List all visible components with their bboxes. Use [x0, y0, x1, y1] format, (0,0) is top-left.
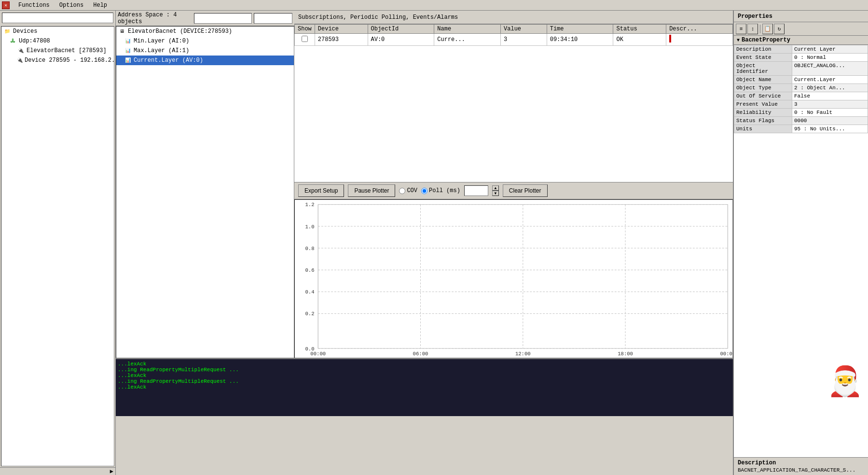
tree-item-device278595[interactable]: 🔌 Device 278595 - 192.168.2.164:59 — [1, 56, 114, 65]
mascot-image: 🎅 — [827, 369, 866, 398]
props-row: Object IdentifierOBJECT_ANALOG... — [734, 62, 868, 76]
plotter-controls: Export Setup Pause Plotter COV Poll (ms)… — [294, 182, 733, 199]
network-icon: 🖧 — [9, 37, 17, 45]
props-key: Object Identifier — [734, 62, 792, 76]
props-value[interactable]: 2 : Object An... — [792, 84, 868, 92]
poll-label: Poll (ms) — [429, 187, 460, 194]
row-device: 278593 — [315, 34, 368, 46]
pause-plotter-button[interactable]: Pause Plotter — [348, 184, 395, 197]
section-toggle-icon[interactable]: ▼ — [737, 38, 740, 43]
props-btn-3[interactable]: 📋 — [762, 24, 773, 34]
props-key: Reliability — [734, 109, 792, 117]
cov-label: COV — [407, 187, 417, 194]
scroll-right-arrow[interactable]: ▶ — [0, 467, 115, 475]
toolbar-divider — [760, 25, 760, 33]
menu-options[interactable]: Options — [56, 1, 86, 10]
address-space-area: Address Space : 4 objects 🖥 ElevatorBacn… — [116, 11, 294, 358]
props-btn-2[interactable]: ↕ — [747, 24, 758, 34]
device2-icon: 🔌 — [17, 56, 23, 64]
description-label: Description — [738, 460, 864, 466]
refresh-icon: ↻ — [778, 26, 781, 32]
svg-text:0.6: 0.6 — [305, 267, 314, 273]
clear-plotter-button[interactable]: Clear Plotter — [503, 184, 548, 197]
menu-functions[interactable]: Functions — [15, 1, 53, 10]
poll-radio-label[interactable]: Poll (ms) — [421, 187, 460, 194]
subscriptions-table: Show Device ObjectId Name Value Time Sta… — [294, 24, 733, 46]
props-value[interactable]: Current Layer — [792, 45, 868, 54]
device-icon: 🔌 — [17, 47, 25, 55]
props-refresh-btn[interactable]: ↻ — [774, 24, 785, 34]
props-value[interactable]: 0000 — [792, 117, 868, 125]
props-value[interactable]: 3 — [792, 100, 868, 109]
props-icon-3: 📋 — [764, 26, 771, 32]
main-container: 📁 Devices 🖧 Udp:47808 🔌 ElevatorBacnet [… — [0, 11, 868, 475]
svg-text:00:00: 00:00 — [720, 351, 732, 357]
address-search-input[interactable] — [194, 13, 252, 24]
poll-ms-input[interactable]: 1000 — [464, 185, 488, 196]
props-value[interactable]: 0 : Normal — [792, 54, 868, 62]
tree-item-device278595-label: Device 278595 - 192.168.2.164:59 — [25, 57, 114, 64]
radio-group: COV Poll (ms) — [399, 187, 460, 194]
tree-item-devices[interactable]: 📁 Devices — [1, 27, 114, 36]
description-text: BACNET_APPLICATION_TAG_CHARACTER_S... — [738, 467, 864, 473]
bacnet-property-section: ▼ BacnetProperty — [734, 36, 868, 45]
svg-text:18:00: 18:00 — [618, 351, 633, 357]
plotter-chart: 1.2 1.0 0.8 0.6 0.4 0.2 0.0 00:00 06:00 … — [294, 199, 733, 358]
row-status: OK — [613, 34, 666, 46]
address-space-label: Address Space : 4 objects — [118, 12, 192, 25]
props-row: Out Of ServiceFalse — [734, 92, 868, 100]
spinner-down[interactable]: ▼ — [492, 191, 499, 196]
tree-item-udp[interactable]: 🖧 Udp:47808 — [1, 36, 114, 46]
col-show: Show — [295, 25, 315, 34]
props-key: Present Value — [734, 100, 792, 109]
addr-tree-item-minlayer[interactable]: 📊 Min.Layer (AI:0) — [116, 36, 294, 46]
subscriptions-title: Subscriptions, Periodic Polling, Events/… — [298, 14, 458, 21]
props-row: Object Type2 : Object An... — [734, 84, 868, 92]
props-key: Object Name — [734, 76, 792, 84]
props-row: Status Flags0000 — [734, 117, 868, 125]
addr-device-icon: 🖥 — [118, 28, 126, 35]
address-bar: Address Space : 4 objects — [116, 11, 294, 26]
log-line: ...lexAck — [118, 384, 731, 390]
addr-tree-item-device[interactable]: 🖥 ElevatorBacnet (DEVICE:278593) — [116, 27, 294, 36]
props-value[interactable]: False — [792, 92, 868, 100]
props-key: Out Of Service — [734, 92, 792, 100]
row-name: Curre... — [434, 34, 501, 46]
props-row: Event State0 : Normal — [734, 54, 868, 62]
cov-radio[interactable] — [399, 188, 405, 194]
props-value[interactable]: 0 : No Fault — [792, 109, 868, 117]
props-btn-1[interactable]: ≡ — [736, 24, 746, 34]
tree-item-udp-label: Udp:47808 — [19, 38, 50, 44]
props-value[interactable]: 95 : No Units... — [792, 125, 868, 133]
export-setup-button[interactable]: Export Setup — [298, 184, 344, 197]
props-key: Event State — [734, 54, 792, 62]
show-checkbox[interactable] — [302, 36, 308, 42]
props-row: DescriptionCurrent Layer — [734, 45, 868, 54]
row-show[interactable] — [295, 34, 315, 46]
description-area: Description BACNET_APPLICATION_TAG_CHARA… — [734, 457, 868, 475]
tree-item-devices-label: Devices — [13, 28, 37, 35]
poll-radio[interactable] — [421, 188, 427, 194]
log-line: ...ing ReadPropertyMultipleRequest ... — [118, 367, 731, 373]
svg-text:0.8: 0.8 — [305, 246, 314, 251]
addr-obj-icon1: 📊 — [124, 37, 132, 45]
left-search-area — [0, 11, 115, 25]
table-row[interactable]: 278593 AV:0 Curre... 3 09:34:10 OK — [295, 34, 733, 46]
props-value[interactable]: Current.Layer — [792, 76, 868, 84]
subscriptions-header: Subscriptions, Periodic Polling, Events/… — [294, 11, 733, 24]
col-value: Value — [501, 25, 547, 34]
bottom-log: ...lexAck ...ing ReadPropertyMultipleReq… — [116, 358, 733, 416]
close-button[interactable]: ✕ — [2, 1, 10, 9]
tree-item-elevator[interactable]: 🔌 ElevatorBacnet [278593] — [1, 46, 114, 56]
cov-radio-label[interactable]: COV — [399, 187, 417, 194]
spinner-up[interactable]: ▲ — [492, 185, 499, 191]
addr-tree-item-maxlayer[interactable]: 📊 Max.Layer (AI:1) — [116, 46, 294, 56]
props-value[interactable]: OBJECT_ANALOG... — [792, 62, 868, 76]
addr-tree-item-currentlayer[interactable]: 📊 Current.Layer (AV:0) — [116, 56, 294, 65]
props-key: Units — [734, 125, 792, 133]
properties-table: DescriptionCurrent LayerEvent State0 : N… — [734, 45, 868, 133]
address-search-input2[interactable] — [254, 13, 292, 24]
addr-tree-minlayer-label: Min.Layer (AI:0) — [134, 38, 189, 44]
menu-help[interactable]: Help — [90, 1, 110, 10]
left-search-input[interactable] — [2, 13, 113, 23]
